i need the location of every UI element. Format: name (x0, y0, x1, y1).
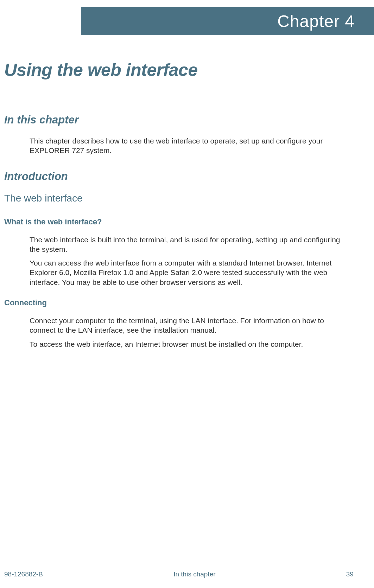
body-paragraph: To access the web interface, an Internet… (30, 339, 349, 349)
footer-doc-id: 98-126882-B (4, 570, 43, 578)
page-footer: 98-126882-B In this chapter 39 (4, 570, 354, 578)
chapter-label: Chapter 4 (277, 12, 355, 31)
section-introduction: Introduction (4, 170, 353, 183)
intro-paragraph: This chapter describes how to use the we… (30, 136, 349, 155)
content-area: Using the web interface In this chapter … (4, 60, 353, 353)
subsection-web-interface: The web interface (4, 193, 353, 204)
heading-connecting: Connecting (4, 298, 353, 307)
chapter-banner: Chapter 4 (81, 7, 374, 35)
footer-section-name: In this chapter (43, 570, 346, 578)
section-in-this-chapter: In this chapter (4, 114, 353, 126)
body-paragraph: The web interface is built into the term… (30, 235, 349, 254)
chapter-title: Using the web interface (4, 60, 353, 80)
body-paragraph: Connect your computer to the terminal, u… (30, 316, 349, 335)
footer-page-number: 39 (346, 570, 354, 578)
heading-what-is: What is the web interface? (4, 217, 353, 226)
body-paragraph: You can access the web interface from a … (30, 258, 349, 287)
